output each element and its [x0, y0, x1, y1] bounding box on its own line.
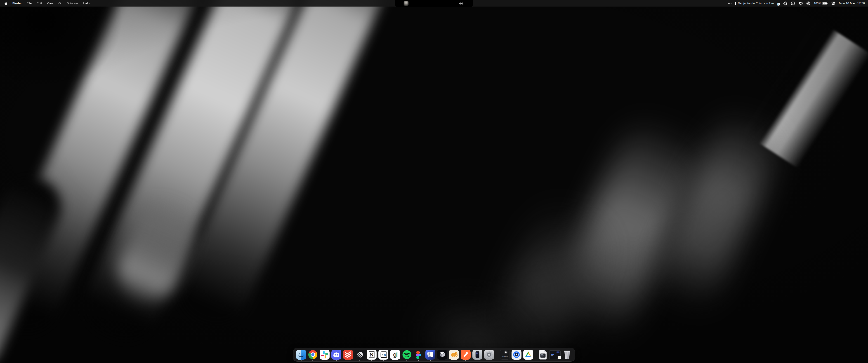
wallpaper	[0, 0, 868, 363]
dock-item-iphone-mirroring[interactable]	[472, 350, 483, 360]
granola-icon: g	[390, 350, 400, 360]
slack-icon	[320, 350, 330, 360]
running-indicator	[383, 360, 384, 361]
dock-item-todoist[interactable]	[343, 350, 353, 360]
dock-item-document[interactable]	[539, 350, 548, 360]
window-text-line	[551, 355, 553, 356]
dock-item-raycast[interactable]: raycast	[500, 350, 510, 360]
todoist-icon	[343, 350, 353, 360]
dock-item-postico[interactable]	[449, 350, 459, 360]
unity-cube-icon	[437, 350, 447, 360]
discord-icon	[331, 350, 341, 360]
figma-icon	[414, 350, 424, 360]
dock-item-discord[interactable]	[331, 350, 341, 360]
craft-card-front	[429, 352, 433, 357]
postico-elephant-icon	[449, 350, 459, 360]
running-indicator	[418, 360, 419, 361]
spotify-icon	[402, 350, 412, 360]
reminder-text: Dar jantar do Chico · in 2 m	[738, 2, 774, 5]
display-icon[interactable]	[798, 1, 803, 5]
chrome-icon	[308, 350, 317, 359]
running-indicator	[430, 360, 431, 361]
active-app-menu[interactable]: Finder	[12, 2, 22, 5]
clock-date: Mon 10 Mar	[839, 2, 855, 5]
dock-item-notion[interactable]: N	[367, 350, 377, 360]
sunburst-icon[interactable]	[783, 1, 787, 5]
menu-go[interactable]: Go	[58, 2, 62, 5]
menu-file[interactable]: File	[27, 2, 32, 5]
menu-view[interactable]: View	[47, 2, 53, 5]
dock-item-slack[interactable]	[320, 350, 330, 360]
menu-window[interactable]: Window	[67, 2, 78, 5]
menu-edit[interactable]: Edit	[37, 2, 42, 5]
sparkle-icon	[505, 351, 507, 353]
running-indicator	[465, 360, 466, 361]
document-file-icon	[539, 350, 548, 360]
menu-bar-clock[interactable]: Mon 10 Mar 17:58	[839, 2, 865, 5]
running-indicator	[406, 360, 407, 361]
now-playing-artwork[interactable]	[404, 1, 408, 6]
dock-item-minimized-window[interactable]: 11	[549, 350, 561, 359]
craft-icon	[426, 350, 435, 360]
dock-item-spotify[interactable]	[402, 350, 412, 360]
dock-item-figma[interactable]	[414, 350, 424, 360]
running-indicator	[360, 360, 360, 361]
notch-media-widget[interactable]	[395, 0, 473, 7]
wallpaper-vignette	[0, 0, 868, 363]
granola-letter: g	[393, 351, 397, 358]
postman-icon	[461, 350, 471, 360]
dock-item-google-drive[interactable]	[523, 350, 533, 360]
dock-item-postman[interactable]	[461, 350, 471, 360]
dock-item-system-settings[interactable]	[484, 350, 494, 360]
dock-item-granola[interactable]: g	[390, 350, 400, 360]
dock-separator	[497, 350, 497, 360]
battery-icon	[822, 2, 828, 5]
notion-icon: N	[367, 350, 377, 360]
battery-status-item[interactable]: 100%	[814, 2, 828, 5]
audio-visualizer-icon	[459, 0, 463, 7]
window-text-line	[551, 354, 554, 355]
iphone-mirroring-icon	[472, 350, 483, 360]
reminder-accent-bar-icon	[735, 2, 736, 5]
running-indicator	[336, 360, 337, 361]
raycast-underline	[503, 358, 506, 358]
calendar-app-badge: 11	[557, 356, 561, 359]
apple-menu[interactable]	[4, 2, 7, 5]
dock-item-trash[interactable]	[562, 350, 572, 360]
trash-icon	[562, 350, 572, 360]
dock-item-notion-calendar[interactable]: 10	[378, 350, 388, 360]
finder-icon	[296, 350, 306, 360]
reminder-status-item[interactable]: Dar jantar do Chico · in 2 m	[735, 2, 774, 5]
minimized-window-thumbnail: 11	[549, 350, 561, 359]
overflow-menu-items-icon[interactable]: •••	[728, 2, 732, 5]
granola-cursor	[779, 3, 780, 5]
calendar-day-number: 10	[382, 353, 386, 357]
desktop: Finder File Edit View Go Window Help •••…	[0, 0, 868, 363]
onepassword-icon[interactable]	[806, 1, 810, 5]
running-indicator	[371, 360, 372, 361]
raycast-label: raycast	[502, 355, 508, 357]
dock-item-chrome[interactable]	[308, 350, 318, 360]
linear-icon	[355, 350, 365, 360]
dock-item-finder[interactable]	[296, 350, 306, 360]
dock-item-linear[interactable]	[355, 350, 365, 360]
dock-item-1password[interactable]	[512, 350, 522, 360]
running-indicator	[301, 360, 302, 361]
google-drive-icon	[523, 350, 533, 360]
granola-icon[interactable]: g	[777, 1, 780, 5]
battery-percent: 100%	[814, 2, 821, 5]
running-indicator	[312, 360, 313, 361]
raycast-tile-icon: raycast	[500, 350, 510, 360]
window-glow	[556, 351, 560, 353]
clock-time: 17:58	[857, 2, 865, 5]
menu-help[interactable]: Help	[83, 2, 90, 5]
dock-item-unity[interactable]	[437, 350, 447, 360]
system-settings-icon	[484, 350, 494, 360]
dock-item-craft[interactable]	[426, 350, 435, 360]
notion-letter: N	[370, 352, 373, 358]
control-center-icon[interactable]	[831, 1, 835, 5]
granola-glyph: g	[777, 2, 779, 5]
notion-calendar-icon: 10	[378, 350, 388, 360]
notch-shape-icon[interactable]	[791, 1, 795, 5]
onepassword-icon	[512, 350, 522, 360]
